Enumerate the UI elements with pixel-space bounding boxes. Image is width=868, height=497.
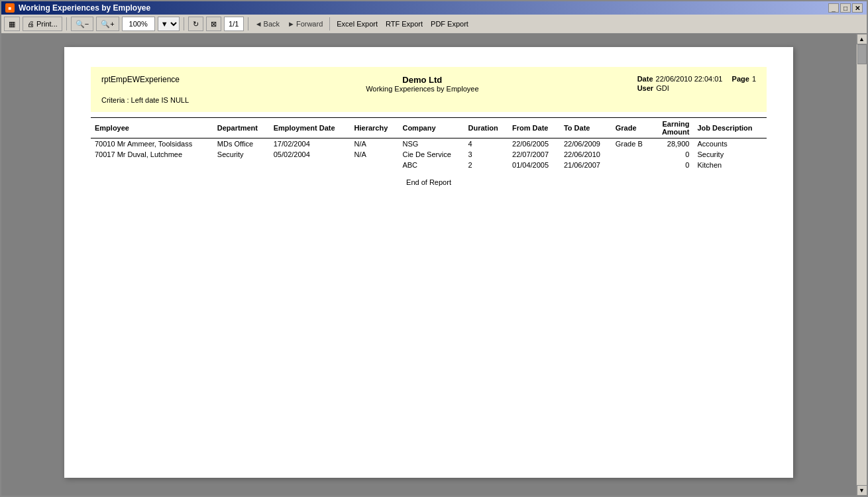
forward-button[interactable]: ► Forward: [285, 19, 325, 29]
table-cell: Kitchen: [693, 160, 767, 170]
minimize-button[interactable]: _: [828, 3, 839, 13]
content-area: rptEmpEWExperience Demo Ltd Working Expe…: [1, 34, 867, 496]
col-to-date: To Date: [560, 118, 612, 138]
excel-export-button[interactable]: Excel Export: [334, 19, 380, 29]
layout-button[interactable]: ▦: [4, 17, 20, 31]
print-label: Print...: [36, 20, 58, 28]
date-label: Date: [637, 75, 653, 83]
col-grade: Grade: [612, 118, 653, 138]
report-table: Employee Department Employment Date Hier…: [91, 117, 767, 170]
table-cell: Security: [213, 149, 270, 160]
excel-export-label: Excel Export: [337, 20, 378, 28]
col-from-date: From Date: [508, 118, 560, 138]
table-cell: 70017 Mr Duval, Lutchmee: [91, 149, 213, 160]
table-cell: 4: [464, 138, 508, 150]
table-cell: Grade B: [612, 138, 653, 150]
report-header: rptEmpEWExperience Demo Ltd Working Expe…: [91, 67, 767, 112]
date-line: Date 22/06/2010 22:04:01 Page 1: [637, 75, 756, 83]
end-of-report: End of Report: [91, 178, 767, 186]
report-subtitle: Working Experiences by Employee: [207, 85, 637, 93]
table-cell: [270, 160, 351, 170]
zoom-input[interactable]: [122, 17, 155, 31]
table-cell: NSG: [398, 138, 464, 150]
table-header-row: Employee Department Employment Date Hier…: [91, 118, 767, 138]
scroll-up-button[interactable]: ▲: [857, 34, 867, 44]
table-cell: N/A: [351, 149, 399, 160]
refresh-icon: ↻: [193, 20, 199, 28]
title-bar: ■ Working Experiences by Employee _ □ ✕: [1, 1, 867, 15]
table-cell: 21/06/2007: [560, 160, 612, 170]
forward-arrow-icon: ►: [288, 20, 295, 28]
window-icon: ■: [5, 3, 15, 13]
zoom-in-icon: 🔍+: [101, 20, 114, 28]
table-cell: Accounts: [693, 138, 767, 150]
table-cell: 22/07/2007: [508, 149, 560, 160]
page-label: Page: [732, 75, 749, 83]
table-cell: MDs Office: [213, 138, 270, 150]
table-cell: [612, 160, 653, 170]
col-employment-date: Employment Date: [270, 118, 351, 138]
col-department: Department: [213, 118, 270, 138]
col-hierarchy: Hierarchy: [351, 118, 399, 138]
maximize-button[interactable]: □: [840, 3, 851, 13]
pdf-export-label: PDF Export: [431, 20, 468, 28]
print-button[interactable]: 🖨 Print...: [23, 17, 62, 31]
user-value: GDI: [656, 84, 669, 92]
title-controls[interactable]: _ □ ✕: [828, 3, 863, 13]
rtf-export-button[interactable]: RTF Export: [383, 19, 425, 29]
report-page: rptEmpEWExperience Demo Ltd Working Expe…: [64, 47, 793, 478]
table-row: 70010 Mr Ammeer, ToolsidassMDs Office17/…: [91, 138, 767, 150]
user-label: User: [637, 84, 653, 92]
table-cell: 70010 Mr Ammeer, Toolsidass: [91, 138, 213, 150]
stop-button[interactable]: ⊠: [206, 17, 221, 31]
scroll-down-button[interactable]: ▼: [857, 485, 867, 496]
page-number: 1: [752, 75, 756, 83]
toolbar: ▦ 🖨 Print... 🔍− 🔍+ ▼ ↻ ⊠ ◄ Back: [1, 15, 867, 34]
pdf-export-button[interactable]: PDF Export: [428, 19, 471, 29]
col-earning-amount: EarningAmount: [652, 118, 693, 138]
layout-icon: ▦: [9, 20, 15, 28]
col-employee: Employee: [91, 118, 213, 138]
table-cell: 3: [464, 149, 508, 160]
header-top: rptEmpEWExperience Demo Ltd Working Expe…: [101, 75, 756, 93]
main-window: ■ Working Experiences by Employee _ □ ✕ …: [0, 0, 868, 497]
zoom-out-button[interactable]: 🔍−: [71, 17, 93, 31]
table-cell: 22/06/2010: [560, 149, 612, 160]
title-bar-left: ■ Working Experiences by Employee: [5, 3, 150, 13]
zoom-in-button[interactable]: 🔍+: [96, 17, 119, 31]
vertical-scrollbar[interactable]: ▲ ▼: [856, 34, 867, 496]
template-name: rptEmpEWExperience: [101, 75, 180, 84]
col-company: Company: [398, 118, 464, 138]
table-cell: 05/02/2004: [270, 149, 351, 160]
user-line: User GDI: [637, 84, 756, 92]
table-cell: 2: [464, 160, 508, 170]
table-cell: Security: [693, 149, 767, 160]
table-cell: [91, 160, 213, 170]
table-cell: 22/06/2009: [560, 138, 612, 150]
back-button[interactable]: ◄ Back: [252, 19, 282, 29]
date-value: 22/06/2010 22:04:01: [656, 75, 723, 83]
window-title: Working Experiences by Employee: [19, 3, 150, 13]
criteria: Criteria : Left date IS NULL: [101, 96, 756, 104]
table-row: 70017 Mr Duval, LutchmeeSecurity05/02/20…: [91, 149, 767, 160]
forward-label: Forward: [296, 20, 323, 28]
table-cell: ABC: [398, 160, 464, 170]
header-title: Demo Ltd Working Experiences by Employee: [207, 75, 637, 93]
table-row: ABC201/04/200521/06/20070Kitchen: [91, 160, 767, 170]
table-cell: Cie De Service: [398, 149, 464, 160]
col-duration: Duration: [464, 118, 508, 138]
scroll-track[interactable]: [857, 44, 867, 485]
page-area[interactable]: rptEmpEWExperience Demo Ltd Working Expe…: [1, 34, 856, 496]
page-input[interactable]: [224, 17, 244, 31]
back-label: Back: [264, 20, 280, 28]
separator-3: [248, 17, 248, 30]
table-cell: 0: [652, 160, 693, 170]
separator-2: [184, 17, 184, 30]
zoom-select[interactable]: ▼: [158, 17, 180, 31]
table-cell: 22/06/2005: [508, 138, 560, 150]
table-cell: 0: [652, 149, 693, 160]
refresh-button[interactable]: ↻: [188, 17, 203, 31]
scroll-thumb[interactable]: [857, 44, 867, 64]
table-cell: 01/04/2005: [508, 160, 560, 170]
close-button[interactable]: ✕: [852, 3, 863, 13]
